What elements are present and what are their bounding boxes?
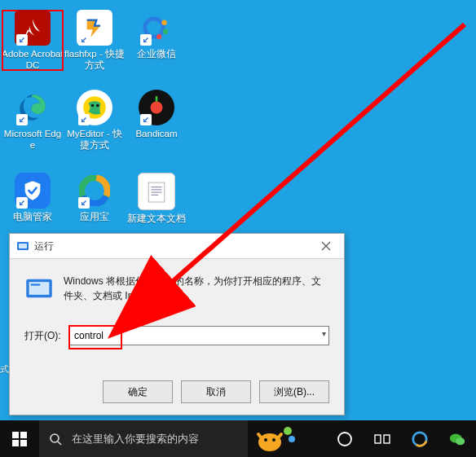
shortcut-arrow-icon bbox=[16, 114, 28, 125]
svg-line-29 bbox=[58, 442, 61, 445]
taskbar-app-browser[interactable] bbox=[401, 420, 439, 457]
run-title: 运行 bbox=[34, 239, 54, 253]
run-open-label: 打开(O): bbox=[24, 329, 68, 343]
svg-point-8 bbox=[151, 102, 163, 114]
shortcut-arrow-icon bbox=[78, 114, 90, 125]
search-placeholder: 在这里输入你要搜索的内容 bbox=[72, 432, 199, 446]
svg-point-2 bbox=[163, 29, 168, 34]
browser-icon bbox=[411, 430, 429, 448]
shortcut-arrow-icon bbox=[140, 114, 152, 125]
icon-adobe-acrobat[interactable]: Adobe Acrobat DC bbox=[2, 10, 64, 71]
icon-label: Adobe Acrobat DC bbox=[2, 48, 64, 71]
run-description: Windows 将根据你所输入的名称，为你打开相应的程序、文件夹、文档或 Int… bbox=[64, 274, 329, 303]
close-icon bbox=[321, 241, 331, 251]
shortcut-arrow-icon bbox=[78, 34, 90, 46]
taskbar-search[interactable]: 在这里输入你要搜索的内容 bbox=[39, 420, 248, 457]
svg-rect-36 bbox=[375, 435, 381, 443]
taskbar-app-wechat[interactable] bbox=[439, 420, 476, 457]
svg-point-35 bbox=[338, 433, 351, 446]
svg-rect-22 bbox=[31, 283, 40, 285]
icon-label: 电脑管家 bbox=[2, 211, 64, 222]
run-app-icon bbox=[24, 274, 54, 303]
wechat-icon bbox=[448, 430, 466, 448]
svg-point-5 bbox=[91, 104, 95, 108]
icon-myeditor[interactable]: MyEditor - 快捷方式 bbox=[64, 90, 126, 151]
icon-bandicam[interactable]: Bandicam bbox=[126, 90, 187, 139]
taskbar: 在这里输入你要搜索的内容 bbox=[0, 420, 476, 457]
taskbar-pet-widget[interactable] bbox=[248, 420, 303, 457]
icon-label: 新建文本文档 bbox=[126, 213, 187, 224]
svg-point-3 bbox=[156, 34, 161, 39]
svg-point-28 bbox=[51, 434, 59, 442]
svg-point-1 bbox=[161, 20, 166, 25]
svg-rect-27 bbox=[20, 440, 27, 446]
circle-icon bbox=[337, 431, 353, 447]
icon-qiye-weixin[interactable]: 企业微信 bbox=[126, 10, 187, 59]
icon-new-txt[interactable]: 新建文本文档 bbox=[126, 173, 187, 224]
svg-rect-9 bbox=[156, 96, 158, 101]
svg-rect-24 bbox=[12, 432, 19, 438]
windows-logo-icon bbox=[12, 432, 27, 446]
svg-point-34 bbox=[289, 436, 295, 442]
run-titlebar[interactable]: 运行 bbox=[10, 234, 344, 259]
svg-rect-25 bbox=[20, 432, 27, 438]
shortcut-arrow-icon bbox=[78, 197, 90, 209]
svg-point-41 bbox=[456, 437, 465, 445]
close-button[interactable] bbox=[308, 234, 344, 258]
icon-yingyongbao[interactable]: 应用宝 bbox=[64, 173, 126, 222]
svg-point-32 bbox=[272, 438, 275, 442]
icon-pcmanager[interactable]: 电脑管家 bbox=[2, 173, 64, 222]
start-button[interactable] bbox=[0, 420, 39, 457]
icon-label: Bandicam bbox=[126, 128, 187, 139]
chevron-down-icon[interactable]: ▾ bbox=[322, 329, 326, 338]
cortana-button[interactable] bbox=[326, 420, 364, 457]
icon-label: MyEditor - 快捷方式 bbox=[64, 128, 126, 151]
clipped-label: 式 bbox=[0, 363, 8, 375]
ok-button[interactable]: 确定 bbox=[103, 380, 173, 403]
cancel-button[interactable]: 取消 bbox=[181, 380, 251, 403]
svg-point-31 bbox=[264, 438, 267, 442]
shortcut-arrow-icon bbox=[16, 34, 28, 46]
desktop: Adobe Acrobat DC flashfxp - 快捷方式 企业微信 Mi… bbox=[0, 0, 476, 457]
icon-ms-edge[interactable]: Microsoft Edge bbox=[2, 90, 64, 151]
icon-label: 企业微信 bbox=[126, 48, 187, 59]
icon-label: Microsoft Edge bbox=[2, 128, 64, 151]
search-icon bbox=[49, 433, 62, 446]
svg-point-33 bbox=[284, 427, 292, 435]
icon-flashfxp[interactable]: flashfxp - 快捷方式 bbox=[64, 10, 126, 71]
run-input[interactable] bbox=[68, 326, 329, 345]
task-view-icon bbox=[374, 433, 390, 446]
svg-rect-26 bbox=[12, 440, 19, 446]
svg-rect-37 bbox=[384, 435, 390, 443]
run-dialog-icon bbox=[16, 239, 29, 253]
svg-rect-19 bbox=[19, 244, 27, 248]
task-view-button[interactable] bbox=[364, 420, 401, 457]
browse-button[interactable]: 浏览(B)... bbox=[259, 380, 329, 403]
svg-point-6 bbox=[96, 104, 99, 108]
shortcut-arrow-icon bbox=[140, 34, 152, 46]
icon-label: flashfxp - 快捷方式 bbox=[64, 48, 126, 71]
icon-label: 应用宝 bbox=[64, 211, 126, 222]
run-dialog: 运行 Windows 将根据你所输入的名称，为你打开相应的程序、文件夹、文档或 … bbox=[9, 233, 345, 415]
shortcut-arrow-icon bbox=[16, 197, 28, 209]
